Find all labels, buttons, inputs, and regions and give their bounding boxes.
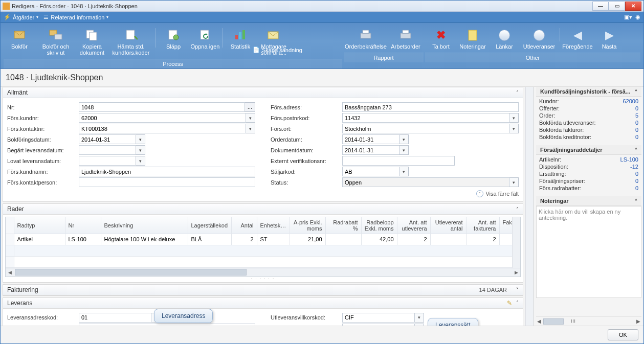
- col-apris[interactable]: A-pris Exkl. moms: [290, 217, 325, 234]
- field-begart-leveransdatum[interactable]: [79, 145, 136, 155]
- ribbon-bokfor-skriv[interactable]: Bokför och skriv ut: [35, 26, 76, 59]
- side-link-ersattning[interactable]: 0: [635, 171, 638, 177]
- dropdown-button[interactable]: ▾: [246, 113, 255, 123]
- table-row[interactable]: [6, 256, 512, 267]
- ribbon-mottagare[interactable]: Mottagare som bila...: [256, 26, 291, 59]
- side-link-kundnr[interactable]: 62000: [623, 98, 638, 104]
- dropdown-button[interactable]: ▾: [399, 167, 409, 176]
- side-link-order[interactable]: 5: [635, 112, 638, 119]
- pencil-icon[interactable]: ✎: [507, 300, 512, 307]
- col-ant-utlev[interactable]: Ant. att utleverera: [397, 217, 430, 234]
- dropdown-button[interactable]: ▾: [136, 145, 145, 155]
- ribbon-kopiera[interactable]: Kopiera dokument: [76, 26, 108, 59]
- col-antal[interactable]: Antal: [231, 217, 257, 234]
- field-bokforingsdatum[interactable]: [79, 134, 136, 144]
- ribbon-nasta[interactable]: ▶ Nästa: [593, 26, 625, 53]
- field-orderdatum[interactable]: [342, 134, 399, 144]
- dropdown-button[interactable]: ▾: [415, 324, 424, 326]
- ribbon-foregaende[interactable]: ◀ Föregående: [562, 26, 593, 53]
- side-link-forspriser[interactable]: 0: [635, 178, 638, 184]
- field-nr-lookup[interactable]: …: [245, 102, 255, 112]
- field-fors-kontaktperson[interactable]: [79, 177, 255, 187]
- col-ant-fakt[interactable]: Ant. att fakturera: [466, 217, 499, 234]
- field-fors-adress[interactable]: [342, 102, 519, 112]
- field-saljarkod[interactable]: [342, 167, 399, 176]
- field-fors-kundnr[interactable]: [79, 113, 246, 123]
- side-link-bokf-kred[interactable]: 0: [635, 134, 638, 140]
- field-status[interactable]: [342, 177, 509, 187]
- visa-farre-falt[interactable]: ˄ Visa färre fält: [7, 190, 519, 197]
- section-rader-header[interactable]: Rader ˄: [3, 204, 523, 215]
- section-leverans-header[interactable]: Leverans ✎ ˄: [3, 298, 523, 309]
- dropdown-button[interactable]: ▾: [509, 113, 519, 123]
- field-speditorkod[interactable]: [342, 324, 415, 326]
- col-radtyp[interactable]: Radtyp: [14, 217, 65, 234]
- table-row[interactable]: [6, 245, 512, 256]
- col-enhetskod[interactable]: Enhetskod: [257, 217, 290, 234]
- maximize-button[interactable]: ▭: [609, 2, 625, 11]
- field-utleveransvillkorskod[interactable]: [342, 313, 415, 323]
- ribbon-noteringar[interactable]: Noteringar: [457, 26, 488, 53]
- field-fors-ort[interactable]: [342, 124, 509, 133]
- col-nr[interactable]: Nr: [65, 217, 101, 234]
- ribbon-arbetsorder[interactable]: Arbetsorder: [388, 26, 424, 53]
- ribbon-bokfor[interactable]: Bokför: [4, 26, 35, 59]
- field-lovat-leveransdatum[interactable]: [79, 156, 136, 166]
- field-leveransadresskod[interactable]: [79, 313, 151, 323]
- side-link-bokf-fakt[interactable]: 0: [635, 127, 638, 133]
- menu-relaterad[interactable]: ☰ Relaterad information ▾: [43, 14, 108, 20]
- ribbon-lankar[interactable]: Länkar: [488, 26, 520, 53]
- factbox-kundforsaljningshistorik-header[interactable]: Kundförsäljningshistorik - försä... ˄: [536, 87, 641, 97]
- dropdown-button[interactable]: ▾: [399, 134, 409, 144]
- close-button[interactable]: ✕: [625, 2, 641, 11]
- field-fors-kundnamn[interactable]: [79, 167, 255, 176]
- factbox-noteringar-header[interactable]: Noteringar ˄: [536, 196, 641, 206]
- dropdown-button[interactable]: ▾: [509, 177, 519, 187]
- ribbon-slapp[interactable]: Släpp: [158, 26, 189, 59]
- dropdown-button[interactable]: ▾: [246, 124, 255, 133]
- menubar-pin-icon[interactable]: ▣▾: [624, 14, 632, 20]
- dropdown-button[interactable]: ▾: [415, 313, 424, 323]
- ribbon-tabort[interactable]: ✖ Ta bort: [425, 26, 457, 53]
- ribbon-statistik[interactable]: Statistik: [225, 26, 256, 59]
- field-nr[interactable]: [79, 102, 245, 112]
- dropdown-button[interactable]: ▾: [136, 156, 145, 166]
- menu-atgarder[interactable]: ⚡ Åtgärder ▾: [4, 14, 38, 20]
- ribbon-skapa-sandning[interactable]: 📄 Skapa sändning: [253, 47, 302, 53]
- ribbon-oppna[interactable]: Öppna igen: [189, 26, 221, 59]
- field-dokumentdatum[interactable]: [342, 145, 399, 155]
- col-radrabatt[interactable]: Radrabatt %: [325, 217, 361, 234]
- section-allmant-header[interactable]: Allmänt ˄: [3, 87, 523, 98]
- side-link-disposition[interactable]: -12: [630, 164, 638, 170]
- field-externt[interactable]: [342, 156, 455, 166]
- main-vertical-scrollbar[interactable]: [525, 87, 534, 326]
- side-link-radrabatter[interactable]: 0: [635, 185, 638, 191]
- field-fors-postnrkod[interactable]: [342, 113, 509, 123]
- section-fakturering-header[interactable]: Fakturering 14 DAGAR ˅: [3, 285, 523, 295]
- dropdown-button[interactable]: ▾: [399, 145, 409, 155]
- menubar-help-icon[interactable]: ◉: [635, 14, 640, 20]
- ribbon-hamta[interactable]: Hämta std. kundförs.koder: [108, 26, 154, 59]
- col-utlev-antal[interactable]: Utlevererat antal: [430, 217, 466, 234]
- vertical-scrollbar[interactable]: [512, 217, 520, 268]
- ribbon-utleveranser[interactable]: Utleveranser: [520, 26, 558, 53]
- col-radbelopp[interactable]: Radbelopp Exkl. moms: [361, 217, 397, 234]
- col-beskrivning[interactable]: Beskrivning: [101, 217, 188, 234]
- table-row[interactable]: Artikel LS-100 Högtalare 100 W i ek-delu…: [6, 234, 512, 245]
- dropdown-button[interactable]: ▾: [136, 134, 145, 144]
- splitter-handle[interactable]: · · · · · ·: [5, 277, 521, 280]
- notes-area[interactable]: Klicka här om du vill skapa en ny anteck…: [536, 206, 641, 298]
- dropdown-button[interactable]: ▾: [509, 124, 519, 133]
- sidebar-hscroll[interactable]: ◀⁞⁞⁞▶: [536, 316, 641, 326]
- col-fakturerat[interactable]: Fakturerat ant: [499, 217, 512, 234]
- factbox-forsaljningsraddetaljer-header[interactable]: Försäljningsraddetaljer ˄: [536, 145, 641, 155]
- horizontal-scrollbar[interactable]: ◀▶: [6, 268, 520, 277]
- side-link-offerter[interactable]: 0: [635, 105, 638, 111]
- minimize-button[interactable]: —: [592, 2, 609, 11]
- col-lagerstallekod[interactable]: Lagerställekod: [188, 217, 231, 234]
- ribbon-orderbekraftelse[interactable]: Orderbekräftelse: [344, 26, 388, 53]
- side-link-artikelnr[interactable]: LS-100: [620, 156, 638, 163]
- field-fors-kontaktnr[interactable]: [79, 124, 246, 133]
- ok-button[interactable]: OK: [608, 329, 638, 340]
- field-leveransnamn[interactable]: [79, 324, 255, 326]
